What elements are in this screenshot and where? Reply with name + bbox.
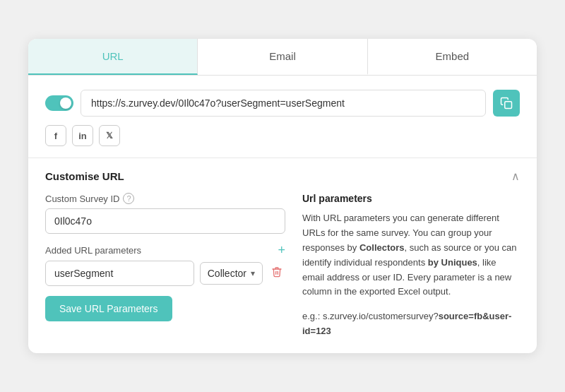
- social-row: f in 𝕏: [45, 125, 520, 146]
- param-input[interactable]: [45, 261, 194, 286]
- added-params-label-row: Added URL parameters +: [45, 244, 285, 256]
- twitter-icon[interactable]: 𝕏: [99, 125, 120, 146]
- two-col-layout: Custom Survey ID ? Added URL parameters …: [45, 193, 520, 338]
- delete-param-button[interactable]: [268, 263, 285, 283]
- url-params-description: With URL parameters you can generate dif…: [302, 211, 520, 299]
- survey-id-label: Custom Survey ID ?: [45, 193, 285, 204]
- left-column: Custom Survey ID ? Added URL parameters …: [45, 193, 285, 338]
- right-column: Url parameters With URL parameters you c…: [302, 193, 520, 338]
- tab-embed[interactable]: Embed: [368, 39, 537, 75]
- url-input[interactable]: [81, 90, 486, 117]
- linkedin-icon[interactable]: in: [72, 125, 93, 146]
- customise-section: Customise URL ∧ Custom Survey ID ? Added…: [28, 158, 537, 352]
- collapse-icon[interactable]: ∧: [511, 170, 520, 183]
- collector-label: Collector: [208, 268, 246, 279]
- tab-url[interactable]: URL: [28, 39, 198, 75]
- param-row: Collector ▾: [45, 261, 285, 286]
- svg-rect-0: [505, 102, 512, 109]
- url-row: [45, 90, 520, 117]
- chevron-down-icon: ▾: [251, 268, 255, 278]
- facebook-icon[interactable]: f: [45, 125, 66, 146]
- url-toggle[interactable]: [45, 95, 73, 111]
- url-params-title: Url parameters: [302, 193, 520, 204]
- survey-id-input[interactable]: [45, 208, 285, 234]
- customise-header: Customise URL ∧: [45, 170, 520, 183]
- main-card: URL Email Embed f in 𝕏 Customise URL ∧: [28, 39, 537, 352]
- tab-email[interactable]: Email: [198, 39, 367, 75]
- customise-title: Customise URL: [45, 170, 124, 182]
- tabs-bar: URL Email Embed: [28, 39, 537, 76]
- save-url-params-button[interactable]: Save URL Parameters: [45, 296, 172, 321]
- collector-select[interactable]: Collector ▾: [200, 262, 263, 285]
- url-example: e.g.: s.zurvey.io/customersurvey?source=…: [302, 309, 520, 339]
- copy-button[interactable]: [493, 90, 520, 117]
- added-params-label: Added URL parameters: [45, 245, 141, 256]
- url-section: f in 𝕏: [28, 76, 537, 158]
- help-icon[interactable]: ?: [123, 193, 134, 204]
- add-param-button[interactable]: +: [278, 244, 285, 256]
